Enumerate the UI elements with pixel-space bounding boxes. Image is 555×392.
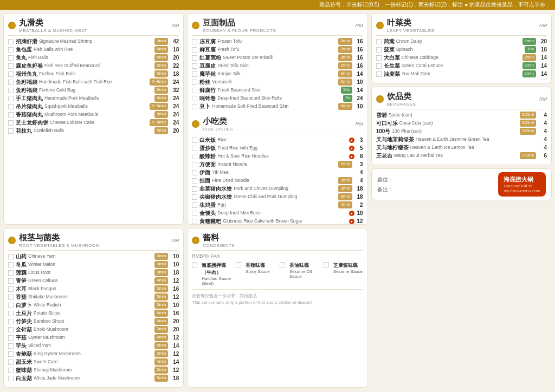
menu-item: 竹笋尖Bamboo Shoot4min20	[8, 318, 179, 325]
item-price: 24	[170, 103, 179, 110]
item-checkbox[interactable]	[192, 88, 197, 93]
item-checkbox[interactable]	[8, 303, 14, 308]
item-price: 14	[170, 358, 179, 365]
item-checkbox[interactable]	[8, 295, 14, 300]
item-checkbox[interactable]	[192, 178, 197, 184]
item-name-en: Heaven & Earth Jasmine Green Tea	[416, 136, 538, 142]
item-checkbox[interactable]	[8, 343, 14, 349]
menu-item: 平菇Oyster Mushroom4min12	[8, 334, 179, 341]
item-checkbox[interactable]	[192, 80, 197, 85]
item-checkbox[interactable]	[8, 360, 14, 365]
cond-checkbox[interactable]	[324, 262, 329, 267]
item-checkbox[interactable]	[8, 254, 14, 259]
item-checkbox[interactable]	[8, 128, 14, 134]
item-checkbox[interactable]	[192, 104, 197, 109]
item-checkbox[interactable]	[192, 138, 197, 143]
item-checkbox[interactable]	[192, 202, 197, 208]
item-checkbox[interactable]	[192, 186, 197, 192]
item-checkbox[interactable]	[8, 270, 14, 276]
item-checkbox[interactable]	[192, 47, 197, 53]
item-checkbox[interactable]	[8, 262, 14, 267]
item-checkbox[interactable]	[192, 219, 197, 224]
item-checkbox[interactable]	[192, 71, 197, 77]
item-checkbox[interactable]	[192, 146, 197, 151]
item-name-cn: 莲藕	[16, 269, 27, 276]
item-name-en: Fish Balls with Roe	[34, 47, 154, 53]
cond-checkbox[interactable]	[192, 262, 197, 267]
item-checkbox[interactable]	[8, 327, 14, 332]
item-checkbox[interactable]	[8, 39, 14, 44]
time-badge: 4min	[154, 318, 168, 324]
cond-checkbox[interactable]	[280, 262, 285, 267]
item-checkbox[interactable]	[192, 55, 197, 61]
item-name-cn: 白玉菇	[16, 375, 32, 382]
time-badge: 1min	[522, 62, 536, 69]
leafy-section: 叶菜类 LEAFY VEGETABLES RM 茼蒿Crown Daisy1mi…	[371, 13, 552, 83]
item-name-cn: 鲜豆腐	[199, 46, 216, 53]
sidedish-title-en: SIDE DISHES	[203, 127, 233, 132]
item-checkbox[interactable]	[8, 319, 14, 324]
item-checkbox[interactable]	[8, 368, 14, 373]
item-name-en: Lotus Root	[28, 270, 154, 276]
item-price: 10	[354, 103, 363, 110]
item-checkbox[interactable]	[192, 96, 197, 101]
item-name-cn: 青笋	[16, 277, 27, 284]
item-checkbox[interactable]	[8, 47, 14, 53]
item-price: 18	[170, 46, 179, 53]
item-checkbox[interactable]	[192, 63, 197, 69]
item-name-en: White Radish	[34, 302, 154, 308]
menu-item: 伊面Yik Mee4	[192, 169, 363, 176]
item-checkbox[interactable]	[192, 170, 197, 175]
item-checkbox[interactable]	[8, 376, 14, 381]
menu-item: 鱼籽福袋Handmade Fish Balls with Fish Roe5~8…	[8, 79, 179, 86]
cond-name-cn: 香油味碟	[289, 262, 319, 269]
item-checkbox[interactable]	[8, 88, 14, 93]
item-checkbox[interactable]	[192, 194, 197, 200]
menu-item: 手工猪肉丸Handmade Pork Meatballs3min24	[8, 95, 179, 102]
item-name-cn: 鲜腐竹	[199, 87, 216, 94]
item-checkbox[interactable]	[376, 39, 382, 44]
item-checkbox[interactable]	[192, 211, 197, 216]
item-checkbox[interactable]	[8, 278, 14, 284]
item-price: 4	[538, 128, 547, 135]
item-checkbox[interactable]	[8, 311, 14, 316]
item-checkbox[interactable]	[376, 47, 382, 53]
roots-title-en: ROOT VEGETABLES & MUSHROOM	[19, 243, 100, 248]
item-checkbox[interactable]	[376, 71, 382, 77]
item-checkbox[interactable]	[192, 162, 197, 167]
item-checkbox[interactable]	[192, 39, 197, 44]
item-checkbox[interactable]	[8, 335, 14, 341]
time-badge: 4min	[338, 201, 352, 208]
item-checkbox[interactable]	[8, 104, 14, 109]
item-checkbox[interactable]	[8, 120, 14, 126]
item-checkbox[interactable]	[8, 55, 14, 61]
item-checkbox[interactable]	[8, 63, 14, 69]
menu-item: 鱼包蛋Fish Balls with Roe5min18	[8, 46, 179, 53]
menu-item: 甜玉米Sweet Corn4min14	[8, 358, 179, 365]
menu-item: 吊片猪肉丸Squid-pork Meatballs5~8min24	[8, 103, 179, 110]
time-badge: 10s	[341, 87, 352, 93]
item-checkbox[interactable]	[376, 55, 382, 61]
item-checkbox[interactable]	[376, 63, 382, 69]
item-checkbox[interactable]	[8, 80, 14, 85]
item-price: 20	[170, 54, 179, 61]
item-price: 6	[538, 152, 547, 159]
bev-title-cn: 饮品类	[387, 92, 414, 102]
item-checkbox[interactable]	[8, 286, 14, 292]
time-badge: 3min	[154, 253, 168, 259]
condiment-item: 芝麻酱味碟Sesame Sauce	[324, 262, 363, 286]
time-badge: 3min	[154, 269, 168, 276]
item-checkbox[interactable]	[8, 351, 14, 357]
item-checkbox[interactable]	[8, 112, 14, 117]
menu-item: 鱼籽福袋Fortune Gold Bag6min32	[8, 87, 179, 94]
item-checkbox[interactable]	[192, 154, 197, 159]
time-badge: 5min	[154, 293, 168, 300]
item-name-en: Rice	[217, 137, 347, 143]
item-name-cn: 黄糯糍粑	[199, 218, 221, 225]
item-price: 16	[354, 38, 363, 45]
menu-item: 响铃卷Deep-fried Beancurd Skin Rolls3s24	[192, 95, 363, 102]
item-checkbox[interactable]	[8, 71, 14, 77]
cond-checkbox[interactable]	[236, 262, 241, 267]
item-checkbox[interactable]	[8, 96, 14, 101]
item-name-cn: 冬瓜	[16, 261, 27, 268]
